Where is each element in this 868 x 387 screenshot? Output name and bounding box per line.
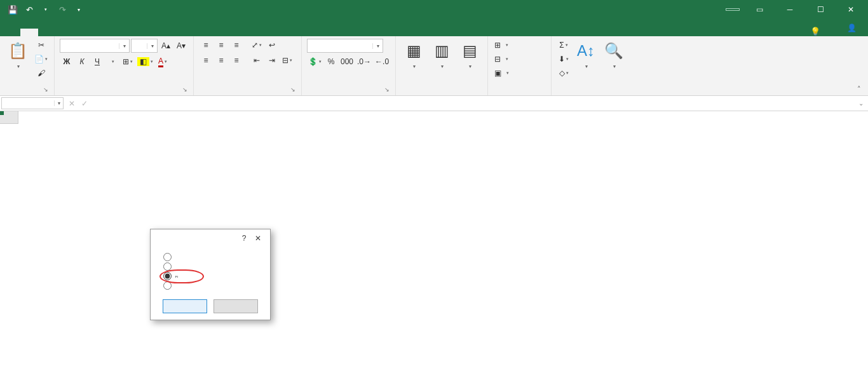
decrease-decimal-icon[interactable]: ←.0 xyxy=(374,55,390,68)
redo-icon: ↷ xyxy=(55,2,70,17)
fill-color-button[interactable]: ◧ xyxy=(136,55,154,68)
tab-home[interactable] xyxy=(20,29,38,36)
align-middle-icon[interactable]: ≡ xyxy=(214,39,228,51)
font-size-combo[interactable]: ▾ xyxy=(131,39,158,53)
tab-page-layout[interactable] xyxy=(56,29,74,36)
expand-formula-bar-icon[interactable]: ⌄ xyxy=(854,96,868,111)
format-painter-button[interactable]: 🖌 xyxy=(33,67,49,79)
conditional-formatting-icon: ▦ xyxy=(407,40,421,62)
find-icon: 🔍 xyxy=(604,40,623,62)
group-cells: ⊞ ▾ ⊟ ▾ ▣ ▾ xyxy=(488,36,552,95)
font-color-button[interactable]: А xyxy=(156,55,170,68)
align-center-icon[interactable]: ≡ xyxy=(214,54,228,67)
tab-insert[interactable] xyxy=(38,29,56,36)
title-bar: 💾 ↶ ▾ ↷ ▾ ▭ ─ ☐ ✕ xyxy=(0,0,868,19)
minimize-button[interactable]: ─ xyxy=(775,1,804,18)
clipboard-launcher-icon[interactable]: ↘ xyxy=(41,85,50,94)
format-table-icon: ▥ xyxy=(435,40,449,62)
group-alignment-title: ↘ xyxy=(199,93,296,94)
collapse-ribbon-icon[interactable]: ˄ xyxy=(853,84,865,94)
tab-help[interactable] xyxy=(145,29,163,36)
fill-button[interactable]: ⬇ xyxy=(557,53,571,65)
decrease-font-icon[interactable]: A▾ xyxy=(174,39,188,52)
wrap-text-button[interactable]: ↩ xyxy=(265,39,279,51)
tell-me-search[interactable]: 💡 xyxy=(810,27,824,36)
number-format-combo[interactable]: ▾ xyxy=(307,39,383,53)
italic-button[interactable]: К xyxy=(75,55,89,68)
conditional-formatting-button[interactable]: ▦ xyxy=(401,39,426,71)
cancel-button[interactable] xyxy=(214,299,258,313)
clear-button[interactable]: ◇ xyxy=(557,67,571,79)
paste-button[interactable]: 📋 xyxy=(5,39,31,71)
save-icon[interactable]: 💾 xyxy=(5,2,20,17)
maximize-button[interactable]: ☐ xyxy=(806,1,835,18)
cancel-formula-icon[interactable]: ✕ xyxy=(69,99,75,108)
ok-button[interactable] xyxy=(163,299,207,313)
bold-button[interactable]: Ж xyxy=(60,55,74,68)
underline-button[interactable]: Ч xyxy=(90,55,104,68)
copy-button[interactable]: 📄 xyxy=(33,53,49,65)
undo-icon[interactable]: ↶ xyxy=(22,2,37,17)
share-button[interactable]: 👤 xyxy=(838,20,868,36)
decrease-indent-icon[interactable]: ⇤ xyxy=(250,54,264,67)
underline-dropdown[interactable] xyxy=(105,55,119,68)
delete-cells-dialog: ? ✕ xyxy=(150,229,271,320)
align-bottom-icon[interactable]: ≡ xyxy=(229,39,243,51)
autosum-button[interactable]: Σ xyxy=(557,39,571,51)
worksheet-grid[interactable] xyxy=(0,111,868,369)
undo-dropdown[interactable]: ▾ xyxy=(38,2,53,17)
name-box[interactable]: ▾ xyxy=(1,97,64,109)
insert-cells-button[interactable]: ⊞ ▾ xyxy=(493,39,510,51)
cell-styles-button[interactable]: ▤ xyxy=(457,39,482,71)
group-editing: Σ ⬇ ◇ A↕ 🔍 xyxy=(552,36,632,95)
percent-button[interactable]: % xyxy=(324,55,338,68)
borders-button[interactable]: ⊞ xyxy=(121,55,135,68)
accounting-format-button[interactable]: 💲 xyxy=(307,55,323,68)
font-name-combo[interactable]: ▾ xyxy=(60,39,130,53)
increase-font-icon[interactable]: A▴ xyxy=(159,39,173,52)
radio-entire-column[interactable] xyxy=(157,281,264,290)
dialog-close-icon[interactable]: ✕ xyxy=(251,234,265,243)
cut-button[interactable]: ✂ xyxy=(33,39,49,51)
align-top-icon[interactable]: ≡ xyxy=(199,39,213,51)
close-button[interactable]: ✕ xyxy=(836,1,865,18)
find-select-button[interactable]: 🔍 xyxy=(601,39,627,71)
tab-review[interactable] xyxy=(109,29,127,36)
increase-indent-icon[interactable]: ⇥ xyxy=(265,54,279,67)
alignment-launcher-icon[interactable]: ↘ xyxy=(288,85,297,94)
name-box-dropdown-icon[interactable]: ▾ xyxy=(54,100,63,106)
paste-icon: 📋 xyxy=(8,40,27,62)
formula-input[interactable] xyxy=(98,96,854,111)
group-clipboard-title: ↘ xyxy=(5,93,49,94)
group-clipboard: 📋 ✂ 📄 🖌 ↘ xyxy=(0,36,55,95)
tab-view[interactable] xyxy=(127,29,145,36)
align-right-icon[interactable]: ≡ xyxy=(229,54,243,67)
enter-formula-icon[interactable]: ✓ xyxy=(81,99,88,108)
increase-decimal-icon[interactable]: .0→ xyxy=(356,55,372,68)
font-launcher-icon[interactable]: ↘ xyxy=(180,85,189,94)
delete-cells-button[interactable]: ⊟ ▾ xyxy=(493,53,510,65)
name-box-input[interactable] xyxy=(2,99,54,108)
ribbon-display-options-icon[interactable]: ▭ xyxy=(745,1,774,18)
group-font-title: ↘ xyxy=(60,93,188,94)
format-cells-button[interactable]: ▣ ▾ xyxy=(493,67,510,79)
tab-data[interactable] xyxy=(92,29,109,36)
tab-file[interactable] xyxy=(3,29,20,36)
select-all-corner[interactable] xyxy=(0,111,18,124)
dialog-help-icon[interactable]: ? xyxy=(237,234,251,243)
group-alignment: ≡ ≡ ≡ ⤢ ↩ ≡ ≡ ≡ ⇤ ⇥ ⊟ ↘ xyxy=(194,36,302,95)
radio-shift-up[interactable] xyxy=(157,262,264,271)
merge-button[interactable]: ⊟ xyxy=(280,54,294,67)
orientation-button[interactable]: ⤢ xyxy=(250,39,264,51)
format-as-table-button[interactable]: ▥ xyxy=(429,39,454,71)
qat-customize-icon[interactable]: ▾ xyxy=(71,2,86,17)
number-launcher-icon[interactable]: ↘ xyxy=(383,85,391,94)
sort-filter-button[interactable]: A↕ xyxy=(573,39,599,71)
radio-shift-left[interactable] xyxy=(157,252,264,262)
radio-entire-row[interactable] xyxy=(157,271,264,281)
tab-formulas[interactable] xyxy=(74,29,92,36)
login-button[interactable] xyxy=(726,8,740,11)
align-left-icon[interactable]: ≡ xyxy=(199,54,213,67)
comma-style-button[interactable]: 000 xyxy=(339,55,355,68)
group-styles: ▦ ▥ ▤ xyxy=(396,36,488,95)
